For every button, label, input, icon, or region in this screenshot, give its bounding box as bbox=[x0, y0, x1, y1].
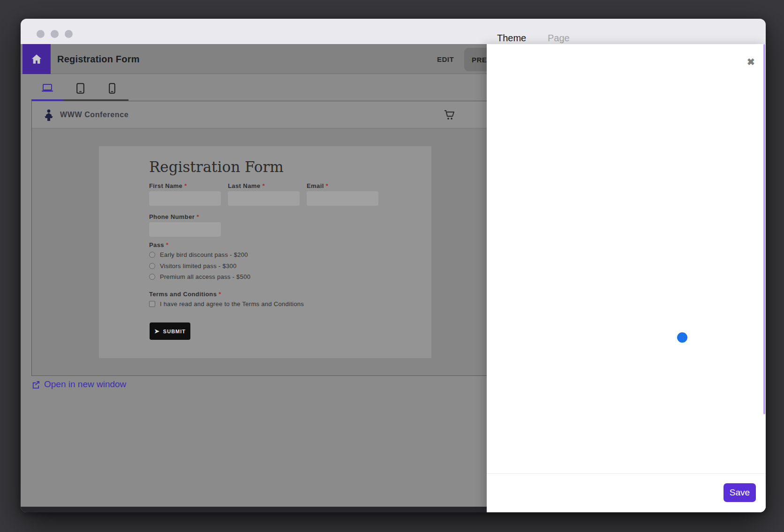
required-mark: * bbox=[262, 182, 264, 189]
send-icon: ➤ bbox=[154, 328, 160, 334]
laptop-icon bbox=[41, 83, 53, 93]
mobile-icon bbox=[109, 83, 115, 94]
field-label: First Name * bbox=[149, 182, 187, 189]
screenshot-stage: Registration Form EDIT PREVIEW bbox=[0, 0, 784, 532]
browser-window: Registration Form EDIT PREVIEW bbox=[21, 19, 766, 512]
pass-option[interactable]: Visitors limited pass - $300 bbox=[149, 262, 237, 270]
open-in-new-window-link[interactable]: Open in new window bbox=[31, 379, 126, 390]
page-title: Registration Form bbox=[57, 44, 140, 74]
pass-option[interactable]: Premium all access pass - $500 bbox=[149, 273, 250, 280]
device-tab-tablet[interactable] bbox=[71, 79, 90, 97]
device-tab-mobile[interactable] bbox=[103, 79, 121, 97]
radio-icon bbox=[149, 252, 155, 258]
email-input[interactable] bbox=[307, 191, 378, 206]
field-label: Pass * bbox=[149, 241, 168, 248]
pass-option[interactable]: Early bird discount pass - $200 bbox=[149, 251, 248, 258]
field-label: Terms and Conditions * bbox=[149, 291, 221, 298]
phone-input[interactable] bbox=[149, 222, 221, 237]
external-link-icon bbox=[31, 380, 40, 389]
conference-name: WWW Conference bbox=[60, 101, 128, 128]
edit-tab[interactable]: EDIT bbox=[437, 44, 454, 74]
last-name-input[interactable] bbox=[228, 191, 300, 206]
form-card: Registration Form First Name * Last Name… bbox=[99, 146, 431, 358]
tablet-icon bbox=[76, 83, 84, 94]
save-button[interactable]: Save bbox=[724, 483, 756, 502]
field-label: Email * bbox=[307, 182, 328, 189]
radio-icon bbox=[149, 274, 155, 280]
first-name-input[interactable] bbox=[149, 191, 221, 206]
submit-button[interactable]: ➤ SUBMIT bbox=[150, 322, 190, 340]
field-label: Phone Number * bbox=[149, 213, 199, 220]
theme-panel bbox=[487, 44, 766, 512]
tab-theme[interactable]: Theme bbox=[497, 33, 526, 44]
panel-scrollbar[interactable] bbox=[763, 44, 765, 414]
home-button[interactable] bbox=[23, 44, 51, 74]
active-tab-indicator bbox=[31, 99, 64, 101]
home-icon bbox=[30, 53, 43, 65]
required-mark: * bbox=[219, 291, 221, 298]
window-control-dot[interactable] bbox=[65, 30, 73, 38]
checkbox-icon bbox=[149, 301, 155, 307]
slider-thumb[interactable] bbox=[677, 332, 687, 343]
device-tab-desktop[interactable] bbox=[38, 79, 57, 97]
window-control-dot[interactable] bbox=[37, 30, 45, 38]
window-control-dot[interactable] bbox=[51, 30, 59, 38]
browser-titlebar bbox=[21, 19, 766, 44]
close-icon[interactable]: ✖ bbox=[747, 56, 755, 67]
speaker-podium-icon bbox=[42, 109, 56, 121]
form-heading: Registration Form bbox=[149, 158, 284, 175]
tab-page[interactable]: Page bbox=[548, 33, 570, 44]
cart-icon[interactable] bbox=[444, 109, 455, 121]
preview-footer-bar bbox=[21, 507, 487, 512]
required-mark: * bbox=[196, 213, 199, 220]
terms-checkbox-row[interactable]: I have read and agree to the Terms and C… bbox=[149, 300, 304, 307]
required-mark: * bbox=[166, 241, 168, 248]
required-mark: * bbox=[326, 182, 328, 189]
required-mark: * bbox=[184, 182, 187, 189]
radio-icon bbox=[149, 263, 155, 269]
field-label: Last Name * bbox=[228, 182, 265, 189]
